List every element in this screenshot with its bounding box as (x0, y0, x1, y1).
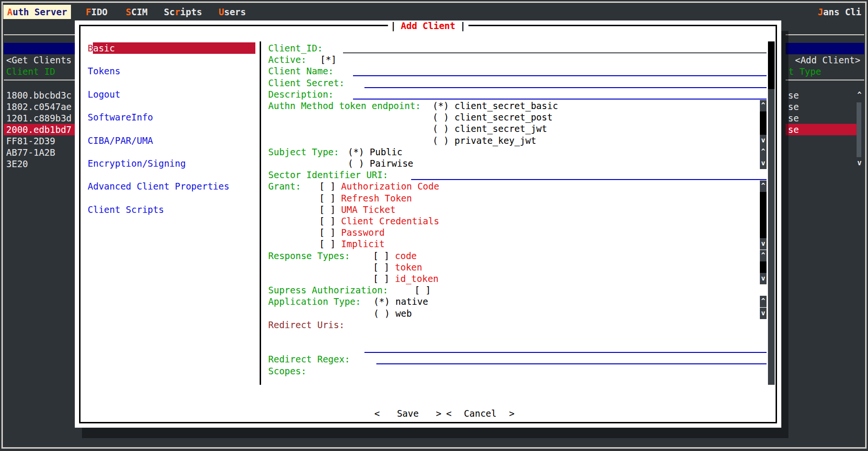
scroll-down-icon[interactable]: v (760, 158, 767, 169)
scrollbar-thumb[interactable] (760, 192, 767, 238)
client-row[interactable]: se (786, 101, 856, 112)
sidebar-item-label: Logout (88, 89, 121, 100)
scrollbar-thumb[interactable] (760, 261, 767, 273)
radio-public[interactable]: (*) (348, 146, 364, 158)
checkbox-password[interactable]: [ ] (319, 227, 335, 238)
radio-public-label[interactable]: Public (370, 146, 403, 158)
client-row-selected[interactable]: se (786, 124, 857, 135)
checkbox-token[interactable]: [ ] (373, 261, 389, 273)
radio-web[interactable]: ( ) (373, 308, 390, 319)
radio-web-label[interactable]: web (395, 308, 412, 319)
radio-private-key-jwt[interactable]: ( ) (433, 135, 449, 146)
sidebar-item-client-scripts[interactable]: Client Scripts (88, 204, 164, 215)
authn-method-scrollbar[interactable]: ^ v (760, 100, 767, 146)
client-row[interactable]: FF81-2D39 (4, 135, 75, 147)
checkbox-code[interactable]: [ ] (373, 250, 389, 261)
scroll-down-icon[interactable]: v (760, 135, 767, 146)
menu-fido[interactable]: FIDO (86, 5, 108, 19)
menu-users[interactable]: Users (219, 5, 246, 19)
sidebar-item-label: asic (93, 43, 115, 53)
checkbox-refresh-token-label[interactable]: Refresh Token (341, 192, 412, 204)
scrollbar-thumb[interactable] (857, 102, 861, 157)
checkbox-code-label[interactable]: code (395, 250, 417, 261)
client-id-input[interactable] (343, 52, 767, 53)
scroll-up-icon[interactable]: ^ (856, 89, 863, 100)
radio-native-label[interactable]: native (395, 296, 428, 307)
menu-scim[interactable]: SCIM (126, 5, 148, 19)
radio-native[interactable]: (*) (373, 296, 390, 307)
grant-row: [ ]Client Credentials (75, 215, 781, 227)
get-clients-button[interactable]: <Get Clients (6, 54, 71, 66)
active-checkbox[interactable]: [*] (320, 54, 336, 65)
radio-client-secret-jwt[interactable]: ( ) (433, 123, 449, 134)
sidebar-item-tokens[interactable]: Tokens (88, 65, 121, 77)
redirect-uris-input[interactable] (364, 352, 767, 353)
response-types-row: Response Types:[ ]code (75, 250, 781, 261)
radio-client-secret-basic[interactable]: (*) (433, 100, 449, 111)
sidebar-item-advanced-client-properties[interactable]: Advanced Client Properties (88, 180, 229, 192)
radio-client-secret-post[interactable]: ( ) (433, 111, 449, 123)
application-type-scrollbar[interactable]: ^ v (760, 296, 767, 319)
checkbox-id-token-label[interactable]: id_token (395, 273, 439, 284)
radio-client-secret-basic-label[interactable]: client_secret_basic (454, 100, 558, 111)
checkbox-client-credentials-label[interactable]: Client Credentials (341, 215, 439, 227)
brand-hotkey: J (818, 7, 823, 17)
checkbox-implicit-label[interactable]: Implicit (341, 238, 385, 250)
checkbox-client-credentials[interactable]: [ ] (319, 215, 335, 227)
checkbox-uma-ticket-label[interactable]: UMA Ticket (341, 204, 395, 215)
radio-client-secret-jwt-label[interactable]: client_secret_jwt (454, 123, 547, 134)
scroll-down-icon[interactable]: v (856, 157, 863, 169)
checkbox-authorization-code-label[interactable]: Authorization Code (341, 180, 439, 192)
radio-pairwise[interactable]: ( ) (348, 158, 364, 169)
sidebar-item-logout[interactable]: Logout (88, 89, 121, 100)
sidebar-item-ciba-par-uma[interactable]: CIBA/PAR/UMA (88, 135, 153, 146)
checkbox-token-label[interactable]: token (395, 261, 422, 273)
scrollbar-thumb[interactable] (760, 111, 767, 135)
scroll-up-icon[interactable]: ^ (760, 180, 767, 192)
scroll-down-icon[interactable]: v (760, 308, 767, 319)
checkbox-implicit[interactable]: [ ] (319, 238, 335, 250)
scrollbar-thumb[interactable] (768, 41, 775, 89)
checkbox-refresh-token[interactable]: [ ] (319, 192, 335, 204)
client-row[interactable]: 3E20 (4, 158, 75, 170)
grant-scrollbar[interactable]: ^ v (760, 180, 767, 250)
checkbox-uma-ticket[interactable]: [ ] (319, 204, 335, 215)
form-scrollbar[interactable] (768, 41, 775, 385)
client-row[interactable]: 1800.bbcbd3c (4, 90, 75, 101)
scroll-down-icon[interactable]: v (760, 273, 767, 284)
supress-authorization-checkbox[interactable]: [ ] (414, 284, 431, 296)
response-types-scrollbar[interactable]: ^ v (760, 250, 767, 284)
subject-type-scrollbar[interactable]: ^ v (760, 146, 767, 169)
add-client-button[interactable]: <Add Client> (795, 54, 860, 66)
cancel-button[interactable]: <Cancel> (446, 408, 515, 419)
client-row[interactable]: se (786, 90, 856, 101)
scroll-up-icon[interactable]: ^ (760, 146, 767, 158)
redirect-regex-input[interactable] (376, 363, 767, 364)
scroll-up-icon[interactable]: ^ (760, 250, 767, 261)
checkbox-password-label[interactable]: Password (341, 227, 385, 238)
description-input[interactable] (353, 99, 767, 100)
sidebar-item-basic[interactable]: Basic (88, 42, 115, 54)
client-row[interactable]: 1802.c0547ae (4, 101, 75, 112)
grant-row: [ ]Password (75, 227, 781, 238)
radio-client-secret-post-label[interactable]: client_secret_post (454, 111, 553, 123)
scroll-up-icon[interactable]: ^ (760, 100, 767, 111)
save-button[interactable]: <Save> (374, 408, 442, 419)
client-row-selected[interactable]: 2000.edb1bd7 (4, 124, 75, 135)
sidebar-item-encryption-signing[interactable]: Encryption/Signing (88, 158, 186, 169)
radio-private-key-jwt-label[interactable]: private_key_jwt (454, 135, 536, 146)
scroll-up-icon[interactable]: ^ (760, 296, 767, 307)
sidebar-item-softwareinfo[interactable]: SoftwareInfo (88, 111, 153, 123)
menu-auth-server[interactable]: Auth Server (3, 5, 71, 19)
checkbox-id-token[interactable]: [ ] (373, 273, 389, 284)
client-row[interactable]: se (786, 112, 856, 124)
checkbox-authorization-code[interactable]: [ ] (319, 180, 335, 192)
client-name-input[interactable] (353, 75, 767, 76)
scroll-down-icon[interactable]: v (760, 238, 767, 250)
client-row[interactable]: 1201.c889b3d (4, 112, 75, 124)
client-secret-input[interactable] (364, 87, 767, 88)
sector-identifier-uri-input[interactable] (411, 179, 767, 180)
client-row[interactable]: AB77-1A2B (4, 147, 75, 158)
menu-scripts[interactable]: Scripts (164, 5, 202, 19)
radio-pairwise-label[interactable]: Pairwise (370, 158, 414, 169)
